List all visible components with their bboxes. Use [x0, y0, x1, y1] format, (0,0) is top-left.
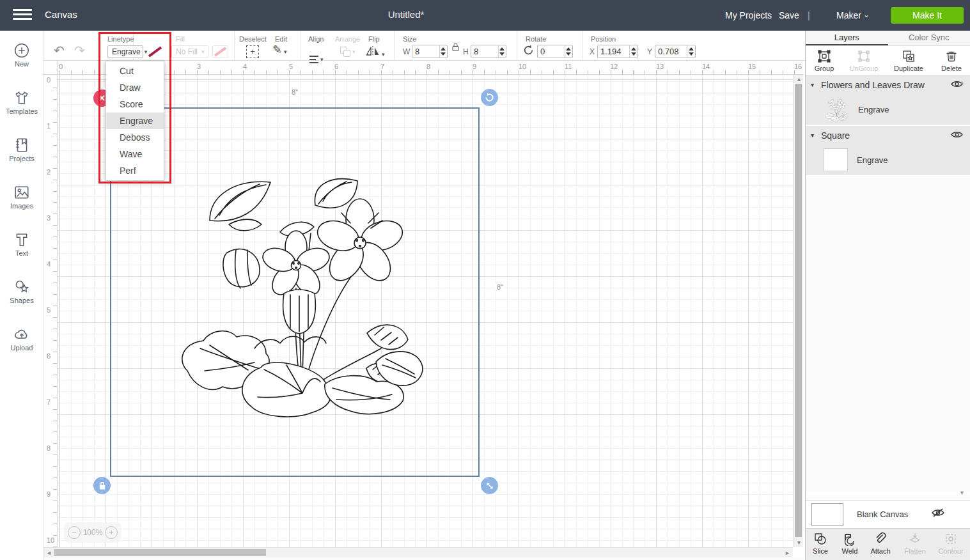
linetype-option-deboss[interactable]: Deboss [106, 129, 164, 146]
deselect-button[interactable]: + [246, 45, 259, 58]
layer-group-header[interactable]: ▾ Square [806, 126, 970, 144]
flatten-icon [908, 532, 922, 546]
blank-canvas-label: Blank Canvas [857, 509, 908, 519]
caret-down-icon: ▾ [320, 54, 324, 65]
rotate-stepper[interactable] [565, 45, 572, 58]
shapes-icon [13, 279, 30, 295]
layer-thumbnail [824, 97, 849, 121]
height-input[interactable] [471, 45, 498, 58]
header-separator: | [808, 10, 810, 20]
linetype-option-cut[interactable]: Cut [106, 63, 164, 79]
slice-button[interactable]: Slice [806, 532, 835, 555]
eye-off-icon[interactable] [932, 508, 944, 520]
lock-icon [98, 481, 106, 490]
caret-down-icon: ▾ [382, 51, 385, 58]
make-it-button[interactable]: Make It [891, 7, 964, 24]
my-projects-link[interactable]: My Projects [725, 10, 772, 20]
list-scroll-up-icon[interactable]: ▲ [959, 79, 965, 86]
scroll-left-icon[interactable]: ◄ [46, 550, 52, 556]
weld-button[interactable]: Weld [835, 532, 864, 555]
contour-icon [944, 532, 958, 546]
selection-bounding-box[interactable] [110, 107, 480, 477]
layer-item-square-engrave[interactable]: Engrave [806, 144, 970, 176]
linetype-option-wave[interactable]: Wave [106, 146, 164, 162]
layer-item-flowers-engrave[interactable]: Engrave [806, 94, 970, 125]
undo-icon[interactable]: ↶ [54, 45, 65, 56]
document-title[interactable]: Untitled* [368, 9, 444, 20]
slice-icon [813, 532, 827, 546]
panel-tabs: Layers Color Sync [806, 31, 970, 46]
position-label: Position [591, 35, 616, 43]
scroll-down-icon[interactable]: ▼ [796, 540, 802, 546]
weld-icon [843, 532, 857, 546]
flip-button[interactable]: ▾ [366, 46, 385, 60]
caret-down-icon[interactable]: ▾ [811, 81, 821, 88]
scroll-right-icon[interactable]: ► [785, 550, 790, 556]
linetype-option-draw[interactable]: Draw [106, 79, 164, 96]
machine-selector[interactable]: Maker [836, 10, 861, 20]
width-stepper[interactable] [439, 45, 447, 58]
sidebar-item-images[interactable]: Images [0, 184, 43, 229]
contour-button: Contour [936, 532, 966, 555]
caret-down-icon[interactable]: ▾ [811, 132, 821, 139]
linetype-option-perf[interactable]: Perf [106, 162, 164, 179]
toolbar-divider [582, 31, 583, 61]
zoom-in-button[interactable]: + [105, 526, 118, 539]
linetype-color-swatch[interactable] [147, 45, 163, 58]
eye-icon[interactable] [951, 130, 964, 141]
y-position-input[interactable] [655, 45, 687, 58]
pencil-icon: ✎ [272, 43, 282, 56]
size-lock-icon[interactable] [451, 42, 460, 54]
sidebar-item-upload[interactable]: Upload [0, 326, 43, 371]
duplicate-icon [902, 49, 916, 63]
linetype-option-engrave[interactable]: Engrave [106, 113, 164, 129]
horizontal-scrollbar[interactable]: ◄ ► [43, 547, 793, 557]
rotate-input[interactable] [538, 45, 565, 58]
delete-button[interactable]: Delete [934, 49, 969, 72]
x-stepper[interactable] [629, 45, 638, 58]
redo-icon[interactable]: ↷ [74, 45, 85, 56]
chevron-down-icon[interactable]: ⌄ [863, 10, 870, 19]
y-stepper[interactable] [687, 45, 695, 58]
height-input-box [471, 45, 506, 58]
fill-select: No Fill ▾ [171, 45, 208, 58]
x-position-input[interactable] [598, 45, 629, 58]
width-input[interactable] [412, 45, 439, 58]
linetype-dropdown-menu: Cut Draw Score Engrave Deboss Wave Perf [106, 61, 164, 181]
layer-group-header[interactable]: ▾ Flowers and Leaves Draw [806, 75, 970, 94]
list-scroll-down-icon[interactable]: ▼ [959, 490, 965, 496]
rotate-selection-handle[interactable] [481, 89, 498, 106]
sidebar-item-templates[interactable]: Templates [0, 89, 43, 134]
rotate-button[interactable] [523, 45, 534, 58]
save-button[interactable]: Save [779, 10, 799, 20]
blank-canvas-thumbnail[interactable] [811, 503, 843, 526]
sidebar-item-projects[interactable]: Projects [0, 137, 43, 182]
linetype-option-score[interactable]: Score [106, 96, 164, 113]
vertical-scroll-thumb[interactable] [795, 84, 802, 537]
rotate-input-box [537, 45, 573, 58]
edit-button[interactable]: ✎▾ [272, 44, 287, 58]
sidebar-item-text[interactable]: Text [0, 231, 43, 276]
height-stepper[interactable] [498, 45, 506, 58]
lock-selection-handle[interactable] [93, 477, 111, 494]
horizontal-scroll-thumb[interactable] [54, 549, 266, 556]
sidebar-item-new[interactable]: New [0, 42, 43, 87]
group-button[interactable]: Group [806, 49, 842, 72]
resize-selection-handle[interactable] [481, 477, 498, 494]
menu-icon[interactable] [13, 9, 32, 22]
cricut-design-space: Canvas Untitled* My Projects Save | Make… [0, 0, 970, 560]
tab-layers[interactable]: Layers [806, 31, 888, 45]
sidebar-item-shapes[interactable]: Shapes [0, 279, 43, 323]
attach-button[interactable]: Attach [866, 532, 895, 555]
vertical-scrollbar[interactable]: ▲ ▼ [793, 75, 803, 547]
y-label: Y [647, 47, 652, 56]
tab-color-sync[interactable]: Color Sync [888, 31, 970, 45]
toolbar-divider [517, 31, 517, 61]
linetype-select[interactable]: Engrave ▾ [107, 45, 143, 58]
scroll-up-icon[interactable]: ▲ [796, 76, 802, 82]
selection-height-label: 8" [496, 283, 505, 291]
zoom-out-button[interactable]: − [68, 526, 81, 539]
duplicate-button[interactable]: Duplicate [891, 49, 927, 72]
layers-list: ▾ Flowers and Leaves Draw Engrave ▾ Squa… [806, 75, 970, 492]
align-button[interactable]: ▾ [309, 47, 324, 65]
